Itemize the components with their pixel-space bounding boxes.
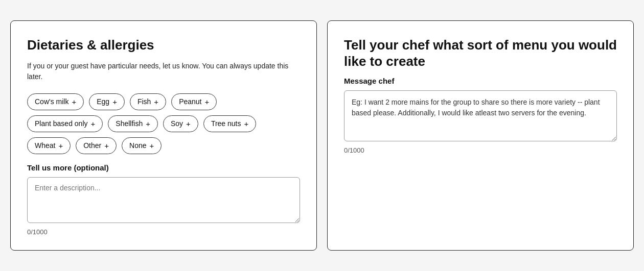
tag-cows-milk-plus: + bbox=[72, 97, 76, 106]
tag-tree-nuts-plus: + bbox=[244, 119, 249, 128]
tag-fish-plus: + bbox=[154, 97, 158, 106]
tag-peanut[interactable]: Peanut + bbox=[171, 93, 217, 110]
tag-cows-milk[interactable]: Cow's milk + bbox=[27, 93, 84, 110]
optional-label: Tell us more (optional) bbox=[27, 163, 300, 172]
tag-shellfish-plus: + bbox=[146, 119, 150, 128]
tag-shellfish-label: Shellfish bbox=[116, 119, 143, 128]
dietaries-subtitle: If you or your guest have particular nee… bbox=[27, 61, 300, 82]
tag-peanut-plus: + bbox=[205, 97, 210, 106]
chef-message-card: Tell your chef what sort of menu you wou… bbox=[327, 20, 634, 250]
left-char-count: 0/1000 bbox=[27, 228, 300, 236]
tags-row-2: Plant based only + Shellfish + Soy + Tre… bbox=[27, 115, 300, 132]
chef-message-textarea[interactable] bbox=[344, 90, 617, 141]
tag-egg-label: Egg bbox=[97, 97, 109, 106]
tag-wheat[interactable]: Wheat + bbox=[27, 137, 71, 154]
tag-none-plus: + bbox=[149, 141, 154, 150]
tag-egg[interactable]: Egg + bbox=[89, 93, 125, 110]
tag-fish[interactable]: Fish + bbox=[130, 93, 166, 110]
tags-row-3: Wheat + Other + None + bbox=[27, 137, 300, 154]
tag-wheat-label: Wheat bbox=[35, 141, 55, 150]
tag-other-plus: + bbox=[104, 141, 109, 150]
tag-other[interactable]: Other + bbox=[76, 137, 117, 154]
tag-soy[interactable]: Soy + bbox=[163, 115, 198, 132]
message-chef-label: Message chef bbox=[344, 77, 617, 85]
tags-row-1: Cow's milk + Egg + Fish + Peanut + bbox=[27, 93, 300, 110]
tag-soy-label: Soy bbox=[171, 119, 183, 128]
tag-other-label: Other bbox=[83, 141, 101, 150]
tag-plant-based-plus: + bbox=[91, 119, 96, 128]
page-container: Dietaries & allergies If you or your gue… bbox=[10, 20, 634, 250]
tag-none-label: None bbox=[129, 141, 146, 150]
tag-cows-milk-label: Cow's milk bbox=[35, 97, 68, 106]
tag-egg-plus: + bbox=[112, 97, 117, 106]
description-textarea[interactable] bbox=[27, 177, 300, 223]
tag-peanut-label: Peanut bbox=[179, 97, 201, 106]
tag-tree-nuts[interactable]: Tree nuts + bbox=[203, 115, 256, 132]
tag-shellfish[interactable]: Shellfish + bbox=[108, 115, 158, 132]
tag-plant-based[interactable]: Plant based only + bbox=[27, 115, 103, 132]
dietaries-card: Dietaries & allergies If you or your gue… bbox=[10, 20, 317, 250]
tag-none[interactable]: None + bbox=[122, 137, 162, 154]
right-char-count: 0/1000 bbox=[344, 146, 617, 154]
tag-tree-nuts-label: Tree nuts bbox=[211, 119, 241, 128]
tag-plant-based-label: Plant based only bbox=[35, 119, 88, 128]
tag-fish-label: Fish bbox=[137, 97, 151, 106]
tag-soy-plus: + bbox=[186, 119, 191, 128]
tag-wheat-plus: + bbox=[58, 141, 63, 150]
chef-card-title: Tell your chef what sort of menu you wou… bbox=[344, 37, 617, 69]
dietaries-title: Dietaries & allergies bbox=[27, 37, 300, 53]
